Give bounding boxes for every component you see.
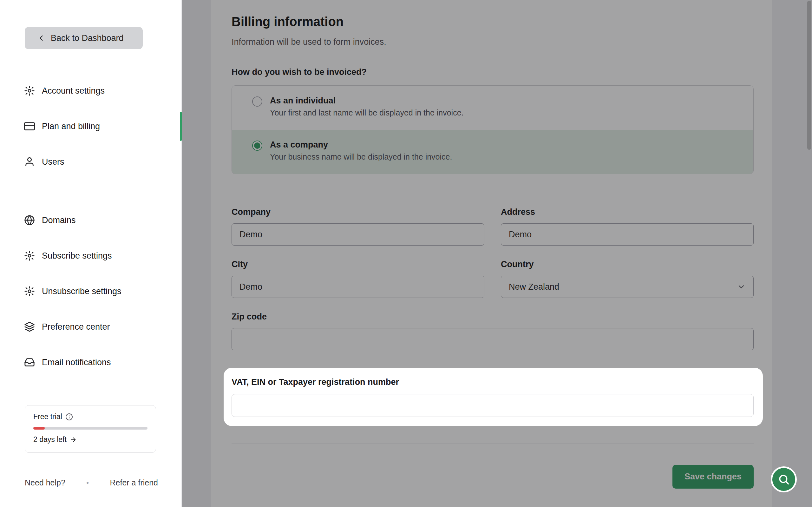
- tour-dim-overlay: [182, 0, 812, 507]
- sidebar-item-label: Users: [42, 157, 64, 167]
- free-trial-label: Free trial: [33, 412, 62, 421]
- trial-days-left-link[interactable]: 2 days left: [33, 435, 147, 444]
- trial-progress-fill: [33, 427, 45, 430]
- info-icon[interactable]: [65, 413, 73, 421]
- gear-icon: [24, 86, 35, 96]
- trial-days-left-label: 2 days left: [33, 435, 67, 444]
- gear-icon: [24, 250, 35, 261]
- globe-icon: [24, 215, 35, 226]
- chevron-left-icon: [37, 34, 46, 43]
- vat-field-spotlight: VAT, EIN or Taxpayer registration number: [224, 368, 763, 426]
- free-trial-box: Free trial 2 days left: [25, 405, 156, 453]
- sidebar-item-label: Email notifications: [42, 357, 111, 368]
- sidebar-item-domains[interactable]: Domains: [0, 209, 181, 232]
- sidebar-item-preference-center[interactable]: Preference center: [0, 316, 181, 338]
- back-to-dashboard-button[interactable]: Back to Dashboard: [25, 27, 143, 49]
- user-icon: [24, 156, 35, 167]
- scrollbar-thumb[interactable]: [807, 1, 811, 150]
- sidebar-item-label: Account settings: [42, 86, 105, 96]
- refer-a-friend-link[interactable]: Refer a friend: [110, 478, 158, 487]
- back-button-label: Back to Dashboard: [51, 33, 124, 43]
- sidebar-item-users[interactable]: Users: [0, 150, 181, 173]
- sidebar-item-label: Plan and billing: [42, 121, 100, 131]
- inbox-icon: [24, 357, 35, 368]
- sidebar: Back to Dashboard Account settings Plan …: [0, 0, 182, 507]
- vat-label: VAT, EIN or Taxpayer registration number: [232, 377, 763, 387]
- sidebar-footer: Need help? • Refer a friend: [25, 478, 158, 487]
- gear-icon: [24, 286, 35, 297]
- trial-progress-bar: [33, 427, 147, 430]
- search-icon: [778, 473, 790, 486]
- sidebar-item-account-settings[interactable]: Account settings: [0, 79, 181, 102]
- sidebar-item-label: Domains: [42, 215, 76, 225]
- layers-icon: [24, 321, 35, 332]
- sidebar-item-plan-and-billing[interactable]: Plan and billing: [0, 115, 181, 138]
- sidebar-item-unsubscribe-settings[interactable]: Unsubscribe settings: [0, 280, 181, 303]
- help-beacon-button[interactable]: [771, 466, 797, 492]
- credit-card-icon: [24, 121, 35, 132]
- sidebar-nav: Account settings Plan and billing Users …: [0, 79, 181, 386]
- sidebar-item-label: Subscribe settings: [42, 251, 112, 261]
- arrow-right-icon: [70, 436, 77, 443]
- sidebar-item-label: Preference center: [42, 322, 110, 332]
- sidebar-group-gap: [0, 186, 181, 209]
- sidebar-item-email-notifications[interactable]: Email notifications: [0, 351, 181, 374]
- footer-separator: •: [86, 479, 89, 487]
- sidebar-item-subscribe-settings[interactable]: Subscribe settings: [0, 244, 181, 267]
- sidebar-item-label: Unsubscribe settings: [42, 286, 122, 296]
- vat-input[interactable]: [232, 394, 754, 417]
- need-help-link[interactable]: Need help?: [25, 478, 65, 487]
